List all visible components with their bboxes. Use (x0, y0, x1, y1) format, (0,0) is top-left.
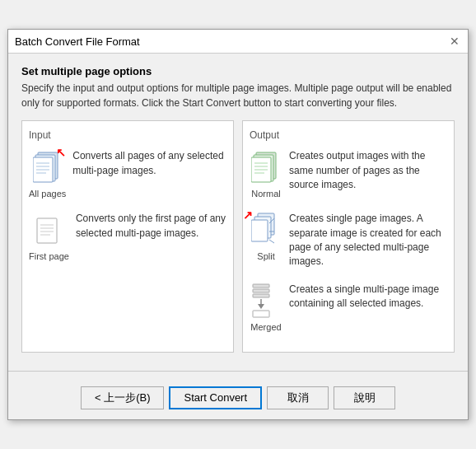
first-page-icon (32, 210, 65, 250)
all-pages-arrow: ↖ (56, 146, 66, 159)
output-panel: Output (242, 120, 455, 353)
title-bar: Batch Convert File Format ✕ (8, 30, 468, 54)
svg-rect-25 (253, 284, 269, 288)
merged-label: Merged (250, 322, 281, 332)
svg-marker-29 (258, 304, 264, 309)
normal-svg (251, 149, 281, 185)
all-pages-label: All pages (29, 189, 66, 199)
input-option-first-page[interactable]: First page Converts only the first page … (29, 210, 226, 261)
output-option-merged[interactable]: Merged Creates a single multi-page image… (250, 281, 447, 332)
split-svg (251, 212, 281, 248)
input-option-all-pages[interactable]: ↖ (29, 147, 226, 199)
svg-rect-7 (37, 218, 57, 243)
first-page-description: Converts only the first page of any sele… (76, 210, 226, 241)
output-option-split[interactable]: ↗ Split (250, 210, 447, 269)
merged-icon (250, 281, 282, 320)
merged-svg (251, 283, 281, 319)
help-button[interactable]: 說明 (334, 386, 395, 409)
first-page-svg (34, 212, 63, 248)
normal-icon (250, 147, 282, 187)
normal-description: Creates output images with the same numb… (289, 147, 447, 192)
cancel-button[interactable]: 取消 (267, 386, 329, 409)
section-title: Set multiple page options (21, 65, 455, 77)
start-convert-button[interactable]: Start Convert (169, 386, 262, 409)
dialog-title: Batch Convert File Format (15, 35, 140, 48)
svg-line-24 (269, 240, 274, 243)
output-panel-title: Output (250, 129, 447, 141)
merged-description: Creates a single multi-page image contai… (289, 281, 447, 311)
close-button[interactable]: ✕ (448, 35, 461, 48)
first-page-label: First page (29, 251, 69, 261)
svg-rect-26 (253, 289, 269, 292)
split-icon: ↗ (250, 210, 282, 250)
options-area: Input ↖ (21, 120, 455, 353)
svg-rect-30 (253, 311, 269, 317)
all-pages-description: Converts all pages of any selected multi… (72, 147, 226, 178)
footer-divider (8, 371, 468, 372)
output-option-normal[interactable]: Normal Creates output images with the sa… (250, 147, 447, 199)
back-button[interactable]: < 上一步(B) (81, 386, 165, 409)
all-pages-icon: ↖ (31, 147, 64, 187)
split-label: Split (257, 251, 274, 261)
split-arrow: ↗ (243, 208, 253, 222)
split-description: Creates single page images. A separate i… (289, 210, 447, 269)
dialog-window: Batch Convert File Format ✕ Set multiple… (7, 29, 469, 420)
section-description: Specify the input and output options for… (21, 81, 455, 110)
footer: < 上一步(B) Start Convert 取消 說明 (8, 380, 468, 419)
normal-label: Normal (251, 189, 280, 199)
svg-rect-21 (251, 220, 268, 241)
input-panel-title: Input (29, 129, 226, 141)
svg-rect-27 (253, 294, 269, 297)
dialog-body: Set multiple page options Specify the in… (8, 54, 468, 361)
input-panel: Input ↖ (21, 120, 234, 353)
